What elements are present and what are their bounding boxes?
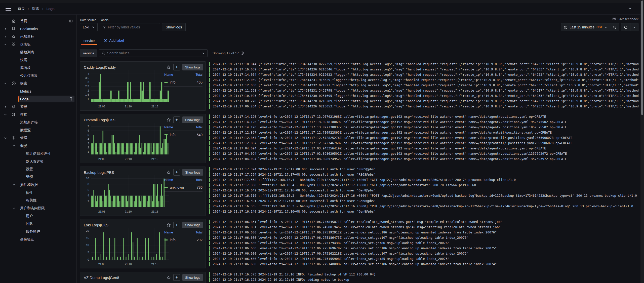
sidebar-item-add-new-connection[interactable]: 添加新连接 (0, 118, 76, 126)
log-line[interactable]: 2024-12-19 21:17:17.368 ::ffff:192.168.1… (209, 178, 638, 182)
log-line[interactable]: 2024-12-19 21:17:16.140 2024-12-19T21:17… (209, 209, 638, 214)
sidebar-item-settings[interactable]: 设置 (0, 165, 76, 173)
log-line[interactable]: 2024-12-19 21:17:16.123 2024-12-19 21:17… (209, 277, 638, 282)
log-line[interactable]: 2024-12-19 21:17:06.600 level=info ts=20… (209, 230, 638, 235)
log-line[interactable]: 2024-12-19 21:17:06.600 level=info ts=20… (209, 251, 638, 256)
log-line[interactable]: 2024-12-19 21:17:12.059 {"level":"info",… (209, 78, 638, 82)
search-values-select[interactable]: Search values (99, 49, 208, 57)
add-to-dashboard-button[interactable]: + (173, 274, 180, 281)
log-line[interactable]: 2024-12-19 21:17:16.373 2024-12-19 21:17… (209, 272, 638, 277)
legend-name-header[interactable]: Name (164, 125, 173, 129)
log-line[interactable]: 2024-12-19 21:17:06.600 level=info ts=20… (209, 246, 638, 251)
star-icon[interactable] (167, 118, 171, 122)
legend-total-header[interactable]: Total (196, 125, 203, 129)
breadcrumb-explore[interactable]: 探索 (32, 6, 39, 11)
refresh-interval-dropdown[interactable] (630, 23, 638, 31)
sidebar-item-authentication[interactable]: 身份验证 (0, 235, 76, 243)
log-line[interactable]: 2024-12-19 21:17:11.558 {"level":"info",… (209, 88, 638, 93)
log-line[interactable]: 2024-12-19 21:17:17.394 2024-12-19T21:17… (209, 172, 638, 177)
page-scrollbar[interactable] (640, 0, 644, 283)
chevron-right-icon[interactable] (4, 105, 7, 108)
sidebar-item-users[interactable]: 用户 (0, 212, 76, 220)
sidebar-item-logs[interactable]: Logs (0, 95, 76, 103)
info-icon[interactable] (240, 51, 244, 55)
datasource-picker[interactable]: Loki (80, 23, 98, 31)
legend-name-header[interactable]: Name (164, 178, 173, 182)
legend-total-header[interactable]: Total (196, 178, 203, 182)
log-line[interactable]: 2024-12-19 21:17:16.391 2024-12-19T21:17… (209, 199, 638, 203)
log-line[interactable]: 2024-12-19 21:17:12.867 level=info ts=20… (209, 136, 638, 140)
sidebar-item-service-accounts[interactable]: 服务帐户 (0, 228, 76, 235)
sidebar-item-stats-licensing[interactable]: 统计信息和许可 (0, 150, 76, 157)
sidebar-item-users-access[interactable]: 用户和访问权限 (0, 204, 76, 212)
log-line[interactable]: 2024-12-19 21:17:16.642 2024-12-19T21:17… (209, 188, 638, 193)
add-label-button[interactable]: Add label (104, 38, 124, 45)
sidebar-item-plugins[interactable]: 插件 (0, 189, 76, 196)
sidebar-item-correlations[interactable]: 相关性 (0, 196, 76, 204)
log-line[interactable]: 2024-12-19 21:17:12.867 level=info ts=20… (209, 130, 638, 135)
chevron-down-icon[interactable] (13, 144, 16, 147)
log-line[interactable]: 2024-12-19 21:17:06.600 level=info ts=20… (209, 241, 638, 245)
log-line[interactable]: 2024-12-19 21:17:06.600 level=info ts=20… (209, 235, 638, 240)
sidebar-item-connections[interactable]: 连接 (0, 111, 76, 118)
panel-show-logs-button[interactable]: Show logs (182, 116, 203, 123)
sidebar-item-explore[interactable]: 探索 (0, 79, 76, 87)
breadcrumb-home[interactable]: 首页 (18, 6, 25, 11)
chevron-up-icon[interactable] (628, 7, 632, 11)
panel-show-logs-button[interactable]: Show logs (182, 169, 203, 176)
log-line[interactable]: 2024-12-19 21:17:16.039 {"level":"info",… (209, 67, 638, 72)
log-line[interactable]: 2024-12-19 21:17:17.368 ::ffff:192.168.1… (209, 183, 638, 187)
sidebar-item-default-preferences[interactable]: 默认首选项 (0, 157, 76, 165)
sidebar-item-library-panels[interactable]: 库面板 (0, 64, 76, 72)
sidebar-item-organizations[interactable]: 组织 (0, 173, 76, 181)
log-line[interactable]: 2024-12-19 21:17:14.120 level=info ts=20… (209, 114, 638, 119)
sidebar-item-dashboards[interactable]: 仪表板 (0, 41, 76, 48)
add-to-dashboard-button[interactable]: + (173, 169, 180, 176)
chevron-down-icon[interactable] (13, 183, 16, 186)
time-range-picker[interactable]: Last 15 minutes CST (561, 23, 610, 31)
sidebar-item-data-sources[interactable]: 数据源 (0, 126, 76, 134)
refresh-button[interactable] (621, 23, 630, 31)
log-line[interactable]: 2024-12-19 21:17:14.120 level=info ts=20… (209, 120, 638, 124)
label-filter-input[interactable]: Filter by label values (100, 23, 160, 31)
log-line[interactable]: 2024-12-19 21:17:16.365 ::ffff:192.168.1… (209, 204, 638, 209)
legend-name-header[interactable]: Name (164, 230, 173, 234)
legend-total-header[interactable]: Total (196, 73, 203, 76)
menu-toggle-icon[interactable] (6, 7, 11, 11)
log-line[interactable]: 2024-12-19 21:17:12.030 {"level":"info",… (209, 83, 638, 88)
legend-series-row[interactable]: info 465 (164, 78, 203, 87)
chevron-down-icon[interactable] (4, 137, 7, 140)
sidebar-item-home[interactable]: 首页 (0, 17, 76, 25)
chevron-down-icon[interactable] (4, 82, 7, 85)
panel-show-logs-button[interactable]: Show logs (182, 222, 203, 228)
sidebar-item-administration[interactable]: 管理 (0, 134, 76, 142)
log-line[interactable]: 2024-12-19 21:17:04.094 level=info ts=20… (209, 157, 638, 161)
show-logs-button[interactable]: Show logs (162, 23, 186, 31)
legend-series-row[interactable]: unknown 786 (164, 183, 203, 192)
log-line[interactable]: 2024-12-19 21:17:06.851 level=info ts=20… (209, 220, 638, 224)
chevron-down-icon[interactable] (4, 43, 7, 46)
chevron-right-icon[interactable] (4, 27, 7, 30)
sidebar-item-plugins-data[interactable]: 插件和数据 (0, 181, 76, 189)
dock-icon[interactable] (69, 19, 73, 23)
panel-show-logs-button[interactable]: Show logs (182, 274, 203, 281)
star-icon[interactable] (167, 65, 171, 69)
legend-name-header[interactable]: Name (164, 73, 173, 76)
add-to-dashboard-button[interactable]: + (173, 222, 180, 228)
sidebar-item-teams[interactable]: 团队 (0, 220, 76, 228)
log-line[interactable]: 2024-12-19 21:17:17.394 2024-12-19T21:17… (209, 167, 638, 172)
sidebar-item-general[interactable]: 概况 (0, 142, 76, 150)
legend-series-row[interactable]: info 292 (164, 236, 203, 244)
log-line[interactable]: 2024-12-19 21:17:04.094 level=info ts=20… (209, 146, 638, 151)
bookmark-icon[interactable] (69, 97, 73, 101)
sidebar-item-starred[interactable]: 已加星标 (0, 33, 76, 41)
sidebar-item-alerting[interactable]: 警报 (0, 103, 76, 111)
log-line[interactable]: 2024-12-19 21:17:06.600 level=info ts=20… (209, 262, 638, 266)
add-to-dashboard-button[interactable]: + (173, 116, 180, 123)
star-icon[interactable] (167, 223, 171, 227)
sidebar-item-bookmarks[interactable]: Bookmarks (0, 25, 76, 33)
sidebar-item-snapshots[interactable]: 快照 (0, 56, 76, 64)
log-line[interactable]: 2024-12-19 21:17:06.264 {"level":"info",… (209, 104, 638, 109)
chevron-down-icon[interactable] (13, 207, 16, 210)
scrollbar-thumb[interactable] (641, 1, 643, 115)
